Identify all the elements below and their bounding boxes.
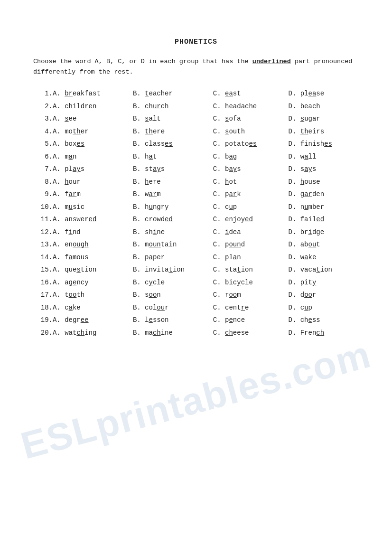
table-row: 12.A. findB. shineC. ideaD. bridge [33, 226, 359, 239]
answer-d: D. cup [289, 301, 359, 314]
answer-b: B. here [133, 176, 213, 188]
answer-c: C. pound [213, 238, 289, 251]
question-number: 6. [33, 151, 53, 163]
question-number: 16. [33, 276, 53, 289]
answer-c: C. park [213, 188, 289, 201]
question-number: 12. [33, 226, 53, 239]
answer-c: C. bicycle [213, 276, 289, 289]
answer-c: C. enjoyed [213, 213, 289, 226]
answer-a: A. music [53, 201, 133, 214]
instructions: Choose the word A, B, C, or D in each gr… [33, 56, 359, 77]
answer-b: B. mountain [133, 238, 213, 251]
table-row: 8.A. hourB. hereC. hotD. house [33, 176, 359, 188]
answer-a: A. mother [53, 125, 133, 138]
table-row: 14.A. famousB. paperC. planD. wake [33, 251, 359, 264]
question-number: 19. [33, 314, 53, 327]
question-number: 17. [33, 289, 53, 301]
question-number: 7. [33, 163, 53, 176]
table-row: 17.A. toothB. soonC. roomD. door [33, 289, 359, 301]
answer-b: B. machine [133, 327, 213, 339]
table-row: 15.A. questionB. invitationC. stationD. … [33, 263, 359, 276]
answer-b: B. crowded [133, 213, 213, 226]
table-row: 11.A. answeredB. crowdedC. enjoyedD. fai… [33, 213, 359, 226]
answer-c: C. sofa [213, 113, 289, 125]
answer-a: A. breakfast [53, 87, 133, 100]
answer-d: D. beach [289, 100, 359, 113]
answer-d: D. vacation [289, 263, 359, 276]
answer-d: D. French [289, 327, 359, 339]
answer-b: B. classes [133, 138, 213, 151]
question-number: 18. [33, 301, 53, 314]
question-number: 3. [33, 113, 53, 125]
answer-b: B. hungry [133, 201, 213, 214]
question-number: 4. [33, 125, 53, 138]
answer-c: C. bag [213, 151, 289, 163]
answer-b: B. colour [133, 301, 213, 314]
answer-a: A. agency [53, 276, 133, 289]
answer-c: C. centre [213, 301, 289, 314]
answer-c: C. pence [213, 314, 289, 327]
table-row: 9.A. farmB. warmC. parkD. garden [33, 188, 359, 201]
question-number: 20. [33, 327, 53, 339]
table-row: 18.A. cakeB. colourC. centreD. cup [33, 301, 359, 314]
answer-d: D. failed [289, 213, 359, 226]
table-row: 13.A. enoughB. mountainC. poundD. about [33, 238, 359, 251]
answer-d: D. garden [289, 188, 359, 201]
answer-b: B. there [133, 125, 213, 138]
table-row: 1.A. breakfastB. teacherC. eastD. please [33, 87, 359, 100]
answer-c: C. idea [213, 226, 289, 239]
answer-a: A. watching [53, 327, 133, 339]
answer-d: D. please [289, 87, 359, 100]
answer-a: A. cake [53, 301, 133, 314]
answer-d: D. finishes [289, 138, 359, 151]
answer-a: A. see [53, 113, 133, 125]
answer-b: B. soon [133, 289, 213, 301]
question-number: 11. [33, 213, 53, 226]
question-number: 1. [33, 87, 53, 100]
question-number: 15. [33, 263, 53, 276]
table-row: 16.A. agencyB. cycleC. bicycleD. pity [33, 276, 359, 289]
answer-d: D. number [289, 201, 359, 214]
answer-a: A. plays [53, 163, 133, 176]
answer-d: D. wall [289, 151, 359, 163]
table-row: 20.A. watchingB. machineC. cheeseD. Fren… [33, 327, 359, 339]
answer-c: C. room [213, 289, 289, 301]
answer-c: C. headache [213, 100, 289, 113]
answer-b: B. warm [133, 188, 213, 201]
question-number: 14. [33, 251, 53, 264]
answer-a: A. tooth [53, 289, 133, 301]
answer-c: C. south [213, 125, 289, 138]
question-number: 2. [33, 100, 53, 113]
table-row: 4.A. motherB. thereC. southD. theirs [33, 125, 359, 138]
question-number: 9. [33, 188, 53, 201]
answer-c: C. potatoes [213, 138, 289, 151]
answer-a: A. man [53, 151, 133, 163]
question-number: 13. [33, 238, 53, 251]
answer-b: B. church [133, 100, 213, 113]
answer-c: C. plan [213, 251, 289, 264]
answer-d: D. wake [289, 251, 359, 264]
answer-a: A. hour [53, 176, 133, 188]
answer-b: B. teacher [133, 87, 213, 100]
table-row: 19.A. degreeB. lessonC. penceD. chess [33, 314, 359, 327]
answer-c: C. east [213, 87, 289, 100]
answer-b: B. shine [133, 226, 213, 239]
answer-d: D. about [289, 238, 359, 251]
answer-d: D. chess [289, 314, 359, 327]
answer-c: C. cup [213, 201, 289, 214]
question-number: 10. [33, 201, 53, 214]
answer-d: D. says [289, 163, 359, 176]
answer-a: A. boxes [53, 138, 133, 151]
table-row: 3.A. seeB. saltC. sofaD. sugar [33, 113, 359, 125]
answer-d: D. pity [289, 276, 359, 289]
answer-c: C. station [213, 263, 289, 276]
answer-b: B. stays [133, 163, 213, 176]
table-row: 5.A. boxesB. classesC. potatoesD. finish… [33, 138, 359, 151]
table-row: 7.A. playsB. staysC. baysD. says [33, 163, 359, 176]
answer-a: A. enough [53, 238, 133, 251]
answer-d: D. theirs [289, 125, 359, 138]
answer-d: D. bridge [289, 226, 359, 239]
answer-b: B. paper [133, 251, 213, 264]
answer-a: A. find [53, 226, 133, 239]
answer-c: C. hot [213, 176, 289, 188]
